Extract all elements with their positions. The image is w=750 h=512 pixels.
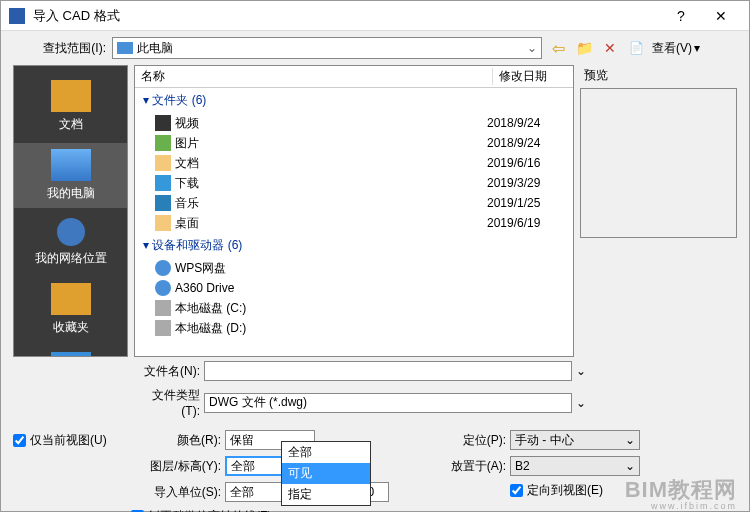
list-item[interactable]: 桌面2019/6/19 (135, 213, 573, 233)
view-menu[interactable]: 查看(V) ▾ (652, 40, 700, 57)
network-icon (57, 218, 85, 246)
filename-label: 文件名(N): (134, 363, 200, 380)
file-icon (155, 195, 171, 211)
placeat-combo[interactable]: B2⌄ (510, 456, 640, 476)
file-icon (155, 175, 171, 191)
group-drives[interactable]: ▾ 设备和驱动器 (6) (135, 233, 573, 258)
chevron-down-icon: ▾ (694, 41, 700, 55)
list-item[interactable]: WPS网盘 (135, 258, 573, 278)
places-sidebar: 文档 我的电脑 我的网络位置 收藏夹 桌面 (13, 65, 128, 357)
sidebar-item-network[interactable]: 我的网络位置 (14, 212, 127, 273)
only-current-view-checkbox[interactable]: 仅当前视图(U) (13, 432, 121, 449)
file-icon (155, 115, 171, 131)
star-icon (51, 283, 91, 315)
file-list-body[interactable]: ▾ 文件夹 (6) 视频2018/9/24图片2018/9/24文档2019/6… (135, 88, 573, 356)
drive-icon (155, 280, 171, 296)
group-folders[interactable]: ▾ 文件夹 (6) (135, 88, 573, 113)
options-row: 仅当前视图(U) 颜色(R):保留⌄ 图层/标高(Y):全部⌄ 导入单位(S):… (1, 420, 749, 512)
filename-input[interactable] (204, 361, 572, 381)
sidebar-item-mycomputer[interactable]: 我的电脑 (14, 143, 127, 208)
lookin-combo[interactable]: 此电脑 ⌄ (112, 37, 542, 59)
close-button[interactable]: ✕ (701, 2, 741, 30)
sidebar-item-favorites[interactable]: 收藏夹 (14, 277, 127, 342)
list-item[interactable]: 本地磁盘 (C:) (135, 298, 573, 318)
dialog-title: 导入 CAD 格式 (33, 7, 661, 25)
titlebar: 导入 CAD 格式 ? ✕ (1, 1, 749, 31)
pc-icon (51, 149, 91, 181)
file-icon (155, 155, 171, 171)
filename-row: 文件名(N): ⌄ (1, 357, 749, 383)
delete-button[interactable]: ✕ (600, 38, 620, 58)
desktop-icon (51, 352, 91, 357)
col-name[interactable]: 名称 (135, 68, 493, 85)
main-row: 文档 我的电脑 我的网络位置 收藏夹 桌面 名称 修改日期 ▾ 文件夹 (6) … (1, 65, 749, 357)
list-item[interactable]: 图片2018/9/24 (135, 133, 573, 153)
lookin-row: 查找范围(I): 此电脑 ⌄ ⇦ 📁 ✕ 📄 查看(V) ▾ (1, 31, 749, 65)
back-button[interactable]: ⇦ (548, 38, 568, 58)
list-item[interactable]: 下载2019/3/29 (135, 173, 573, 193)
orient-view-checkbox[interactable]: 定向到视图(E) (510, 482, 603, 499)
newfolder-button[interactable]: 📄 (626, 38, 646, 58)
preview-pane: 预览 (580, 65, 737, 357)
lookin-value: 此电脑 (137, 40, 173, 57)
dropdown-option[interactable]: 可见 (282, 463, 370, 484)
filetype-row: 文件类型(T): DWG 文件 (*.dwg)⌄ (1, 383, 749, 420)
dropdown-option[interactable]: 指定 (282, 484, 370, 505)
list-item[interactable]: 文档2019/6/16 (135, 153, 573, 173)
chevron-down-icon[interactable]: ⌄ (576, 364, 590, 378)
drive-icon (155, 300, 171, 316)
preview-label: 预览 (580, 65, 737, 88)
drive-icon (155, 320, 171, 336)
correct-lines-checkbox[interactable]: 纠正稍微偏离轴的线(F) (131, 508, 271, 512)
list-item[interactable]: 视频2018/9/24 (135, 113, 573, 133)
file-list: 名称 修改日期 ▾ 文件夹 (6) 视频2018/9/24图片2018/9/24… (134, 65, 574, 357)
list-item[interactable]: A360 Drive (135, 278, 573, 298)
chevron-down-icon: ⌄ (527, 41, 537, 55)
import-cad-dialog: 导入 CAD 格式 ? ✕ 查找范围(I): 此电脑 ⌄ ⇦ 📁 ✕ 📄 查看(… (0, 0, 750, 512)
sidebar-item-desktop[interactable]: 桌面 (14, 346, 127, 357)
file-list-header: 名称 修改日期 (135, 66, 573, 88)
file-icon (155, 135, 171, 151)
layer-dropdown-list[interactable]: 全部 可见 指定 (281, 441, 371, 506)
up-button[interactable]: 📁 (574, 38, 594, 58)
chevron-down-icon[interactable]: ⌄ (576, 396, 590, 410)
preview-box (580, 88, 737, 238)
list-item[interactable]: 音乐2019/1/25 (135, 193, 573, 213)
lookin-label: 查找范围(I): (11, 40, 106, 57)
app-icon (9, 8, 25, 24)
help-button[interactable]: ? (661, 2, 701, 30)
list-item[interactable]: 本地磁盘 (D:) (135, 318, 573, 338)
filetype-combo[interactable]: DWG 文件 (*.dwg) (204, 393, 572, 413)
folder-icon (51, 80, 91, 112)
pc-icon (117, 42, 133, 54)
drive-icon (155, 260, 171, 276)
filetype-label: 文件类型(T): (134, 387, 200, 418)
file-icon (155, 215, 171, 231)
position-combo[interactable]: 手动 - 中心⌄ (510, 430, 640, 450)
col-date[interactable]: 修改日期 (493, 68, 573, 85)
dropdown-option[interactable]: 全部 (282, 442, 370, 463)
sidebar-item-documents[interactable]: 文档 (14, 74, 127, 139)
